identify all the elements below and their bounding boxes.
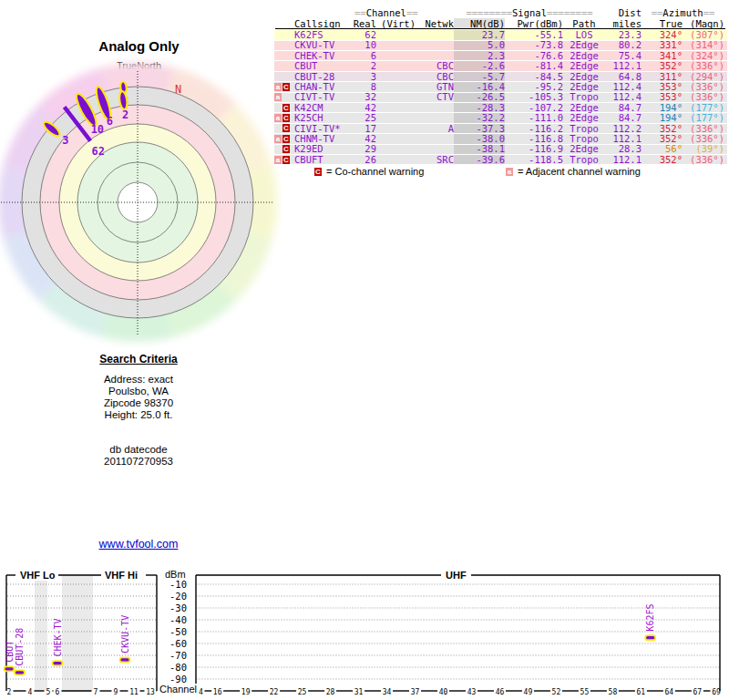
cell-real: 62 [354, 30, 376, 39]
cell-callsign: CBUFT [294, 155, 354, 164]
station-signal-marker [15, 670, 25, 674]
cell-azimuth-true: 324° [642, 30, 683, 39]
dbm-tick-label: -60 [169, 638, 187, 649]
cell-real: 2 [354, 61, 376, 70]
co-channel-warning-icon: C [282, 156, 290, 164]
cell-real: 8 [354, 82, 376, 91]
cell-pwr: -118.5 [505, 155, 563, 164]
cell-callsign: CBUT-28 [294, 72, 354, 81]
cell-pwr: -107.2 [505, 103, 563, 112]
north-indicator: N [175, 83, 181, 96]
cell-netwk: SRC [416, 155, 454, 164]
legend-adjacent-channel: a = Adjacent channel warning [506, 166, 641, 177]
cell-netwk: A [416, 124, 454, 133]
station-signal-marker [645, 635, 655, 640]
cell-path: LOS [563, 30, 605, 39]
cell-callsign: CIVI-TV* [294, 124, 354, 133]
channel-tick-label: 52 [552, 688, 561, 696]
station-label: CBUT-28 [15, 628, 25, 666]
cell-path: 2Edge [563, 113, 605, 122]
cell-nm: -2.6 [454, 61, 505, 70]
co-channel-icon: C [314, 168, 322, 176]
search-criteria: Search Criteria Address: exact Poulsbo, … [38, 354, 239, 468]
db-datecode-value: 201107270953 [38, 456, 239, 468]
cell-virt [376, 93, 416, 102]
legend-adjacent-channel-label: = Adjacent channel warning [518, 166, 641, 177]
cell-miles: 112.4 [605, 93, 642, 102]
cell-azimuth-true: 352° [642, 124, 683, 133]
cell-real: 10 [354, 41, 376, 50]
cell-netwk [416, 51, 454, 60]
channel-tick-label: 40 [439, 688, 448, 696]
cell-callsign: CHAN-TV [294, 82, 354, 91]
cell-warnings [274, 61, 294, 70]
vhf-lo-label: VHF Lo [18, 570, 57, 581]
cell-warnings: aC [274, 113, 294, 122]
cell-azimuth-magn: (336°) [683, 82, 724, 91]
cell-azimuth-magn: (324°) [683, 51, 724, 60]
warning-legend: C = Co-channel warning a = Adjacent chan… [274, 166, 727, 178]
cell-callsign: CHEK-TV [294, 51, 354, 60]
cell-azimuth-magn: (336°) [683, 93, 724, 102]
cell-pwr: -84.5 [505, 72, 563, 81]
cell-azimuth-magn: (177°) [683, 113, 724, 122]
cell-real: 26 [354, 155, 376, 164]
channel-tick-label: 46 [496, 688, 505, 696]
channel-marker-label: 2 [122, 108, 128, 121]
channel-tick-label: 31 [354, 688, 364, 696]
cell-path: 2Edge [563, 103, 605, 112]
cell-miles: 84.7 [605, 113, 642, 122]
cell-pwr: -73.8 [505, 41, 563, 50]
channel-tick-label: 7 [94, 688, 98, 696]
cell-virt [376, 134, 416, 143]
cell-callsign: CBUT [294, 61, 354, 70]
cell-miles: 112.4 [605, 82, 642, 91]
channel-axis-title: Channel [158, 684, 199, 695]
channel-tick-label: 4 [28, 688, 33, 696]
cell-azimuth-true: 56° [642, 145, 683, 154]
cell-virt [376, 72, 416, 81]
channel-marker-label: 62 [92, 145, 105, 158]
channel-tick-label: 16 [213, 688, 222, 696]
cell-warnings: C [274, 124, 294, 133]
channel-tick-label: 9 [114, 688, 118, 696]
group-header-signal: ========Signal======== [454, 8, 605, 18]
legend-co-channel-label: = Co-channel warning [326, 166, 424, 177]
cell-virt [376, 41, 416, 50]
cell-virt [376, 82, 416, 91]
cell-netwk [416, 145, 454, 154]
cell-real: 17 [354, 124, 376, 133]
cell-nm: -38.1 [454, 145, 505, 154]
channel-tick-label: 13 [146, 688, 155, 696]
cell-path: 2Edge [563, 82, 605, 91]
station-label: K62FS [645, 604, 655, 632]
cell-azimuth-true: 331° [642, 41, 683, 50]
cell-warnings: aC [274, 82, 294, 91]
adjacent-channel-warning-icon: a [274, 83, 282, 91]
cell-real: 25 [354, 113, 376, 122]
cell-miles: 84.7 [605, 103, 642, 112]
dbm-axis-title: dBm [163, 569, 188, 580]
cell-netwk [416, 41, 454, 50]
cell-nm: -32.2 [454, 113, 505, 122]
channel-tick-label: 58 [609, 688, 618, 696]
channel-tick-label: 22 [270, 688, 279, 696]
cell-azimuth-magn: (314°) [683, 41, 724, 50]
station-signal-marker [5, 666, 15, 671]
cell-nm: 5.0 [454, 41, 505, 50]
channel-tick-label: 5 [46, 688, 51, 696]
tvfool-link[interactable]: www.tvfool.com [99, 538, 179, 551]
cell-nm: -5.7 [454, 72, 505, 81]
cell-warnings [274, 51, 294, 60]
cell-real: 42 [354, 134, 376, 143]
adjacent-channel-warning-icon: a [274, 156, 282, 164]
cell-callsign: K62FS [294, 30, 354, 39]
group-header-dist: Dist [605, 8, 642, 18]
cell-real: 3 [354, 72, 376, 81]
cell-pwr: -116.8 [505, 134, 563, 143]
co-channel-warning-icon: C [282, 114, 290, 122]
cell-path: Tropo [563, 155, 605, 164]
cell-azimuth-true: 353° [642, 82, 683, 91]
cell-netwk: CTV [416, 93, 454, 102]
band-gap-stripe [62, 575, 93, 691]
